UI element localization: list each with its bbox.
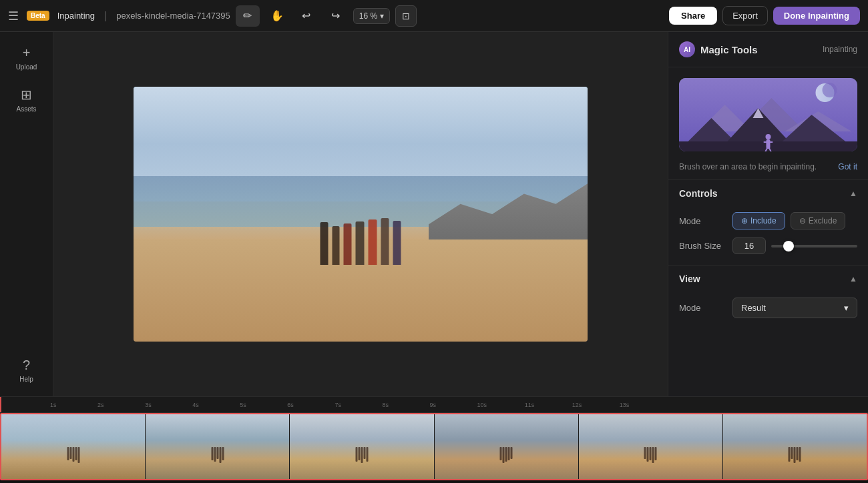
topbar-title: Inpainting — [57, 11, 95, 21]
share-button[interactable]: Share — [669, 7, 717, 25]
frame-people-6 — [789, 447, 801, 463]
sidebar-item-help[interactable]: ? Help — [5, 352, 48, 388]
brush-size-row: Brush Size 16 — [679, 237, 857, 254]
frame-people-2 — [211, 447, 224, 463]
export-button[interactable]: Export — [722, 6, 768, 25]
tick-11s: 11s — [525, 402, 535, 408]
sidebar-item-upload[interactable]: + Upload — [5, 40, 48, 76]
tick-1s: 1s — [50, 402, 57, 408]
mode-label: Mode — [679, 216, 732, 226]
include-mode-button[interactable]: ⊕ Include — [732, 212, 785, 229]
bottom-timeline: 1s 2s 3s 4s 5s 6s 7s 8s 9s 10s 11s 12s 1… — [0, 396, 868, 483]
undo-icon: ↩ — [302, 9, 310, 22]
beta-badge: Beta — [27, 11, 49, 21]
brush-size-slider-container — [771, 245, 857, 248]
done-inpainting-button[interactable]: Done Inpainting — [773, 7, 860, 25]
ai-icon: AI — [679, 41, 695, 57]
exclude-mode-button[interactable]: ⊖ Exclude — [791, 212, 846, 229]
svg-point-2 — [823, 83, 837, 97]
sidebar-item-assets[interactable]: ⊞ Assets — [5, 81, 48, 118]
brush-tool-button[interactable]: ✏ — [236, 5, 260, 27]
controls-chevron-icon: ▲ — [849, 189, 857, 198]
ruler-marks: 1s 2s 3s 4s 5s 6s 7s 8s 9s 10s 11s 12s 1… — [3, 397, 865, 412]
film-frame-2 — [146, 414, 290, 479]
assets-label: Assets — [16, 105, 36, 113]
film-frame-4 — [435, 414, 579, 479]
undo-button[interactable]: ↩ — [294, 5, 318, 27]
help-icon: ? — [23, 358, 30, 373]
panel-subtitle: Inpainting — [823, 45, 857, 54]
upload-label: Upload — [16, 63, 37, 71]
view-mode-row: Mode Result ▾ — [679, 298, 857, 318]
tick-2s: 2s — [97, 402, 104, 408]
tick-9s: 9s — [430, 402, 437, 408]
zoom-control[interactable]: 16 % ▾ — [353, 8, 390, 24]
main-area: + Upload ⊞ Assets ? Help — [0, 32, 868, 396]
frame-people-1 — [67, 447, 79, 463]
film-frame-5 — [579, 414, 723, 479]
tick-5s: 5s — [240, 402, 246, 408]
brush-size-label: Brush Size — [679, 241, 732, 251]
brush-hint-text: Brush over an area to begin inpainting. — [679, 162, 817, 171]
move-tool-button[interactable]: ✋ — [265, 5, 289, 27]
plus-icon: + — [23, 45, 31, 61]
zoom-value: 16 % — [359, 11, 377, 21]
brush-size-slider[interactable] — [771, 245, 857, 248]
exclude-icon: ⊖ — [799, 216, 806, 225]
separator: | — [104, 10, 107, 22]
playhead — [0, 397, 1, 412]
canvas-area[interactable] — [53, 32, 668, 396]
panel-header: AI Magic Tools Inpainting — [668, 32, 868, 67]
tick-10s: 10s — [477, 402, 487, 408]
people-silhouette — [320, 218, 401, 265]
right-panel: AI Magic Tools Inpainting — [668, 32, 868, 396]
frame-people-3 — [355, 447, 368, 463]
timeline-ruler: 1s 2s 3s 4s 5s 6s 7s 8s 9s 10s 11s 12s 1… — [0, 397, 868, 413]
inpainting-preview — [679, 78, 857, 151]
redo-button[interactable]: ↪ — [324, 5, 348, 27]
tick-4s: 4s — [192, 402, 199, 408]
brush-size-value: 16 — [732, 237, 766, 254]
controls-section-body: Mode ⊕ Include ⊖ Exclude Brush Si — [668, 207, 868, 265]
view-mode-value: Result — [741, 303, 766, 313]
panel-title: Magic Tools — [700, 44, 758, 55]
film-frame-3 — [290, 414, 434, 479]
view-mode-arrow-icon: ▾ — [844, 303, 849, 313]
view-mode-label: Mode — [679, 303, 732, 313]
grid-icon: ⊞ — [21, 87, 32, 103]
view-section-body: Mode Result ▾ — [668, 292, 868, 337]
view-section: View ▲ Mode Result ▾ — [668, 265, 868, 337]
filename: pexels-kindel-media-7147395 — [116, 11, 230, 21]
include-label: Include — [750, 216, 777, 225]
tick-7s: 7s — [335, 402, 341, 408]
tick-8s: 8s — [382, 402, 389, 408]
canvas-image — [134, 87, 588, 342]
brush-size-slider-thumb[interactable] — [783, 241, 794, 252]
controls-section: Controls ▲ Mode ⊕ Include ⊖ Exclude — [668, 179, 868, 265]
redo-icon: ↪ — [331, 9, 340, 22]
frame-people-5 — [644, 447, 657, 463]
tick-3s: 3s — [145, 402, 152, 408]
tick-6s: 6s — [287, 402, 294, 408]
controls-section-header[interactable]: Controls ▲ — [668, 180, 868, 207]
menu-icon[interactable]: ☰ — [8, 9, 19, 23]
left-sidebar: + Upload ⊞ Assets ? Help — [0, 32, 53, 396]
view-label: View — [679, 274, 700, 284]
include-icon: ⊕ — [741, 216, 748, 225]
frame-people-4 — [500, 447, 513, 463]
mode-control-row: Mode ⊕ Include ⊖ Exclude — [679, 212, 857, 229]
view-section-header[interactable]: View ▲ — [668, 266, 868, 292]
svg-point-11 — [766, 134, 771, 139]
filmstrip — [0, 413, 868, 480]
view-mode-select[interactable]: Result ▾ — [732, 298, 857, 318]
help-label: Help — [19, 376, 33, 383]
exclude-label: Exclude — [809, 216, 837, 225]
mode-toggle: ⊕ Include ⊖ Exclude — [732, 212, 845, 229]
tick-13s: 13s — [620, 402, 630, 408]
panel-title-row: AI Magic Tools — [679, 41, 758, 57]
preview-illustration — [679, 78, 857, 151]
frame-view-button[interactable]: ⊡ — [395, 5, 417, 27]
got-it-link[interactable]: Got it — [838, 162, 857, 171]
zoom-arrow-icon: ▾ — [380, 11, 384, 21]
svg-rect-12 — [767, 139, 771, 149]
